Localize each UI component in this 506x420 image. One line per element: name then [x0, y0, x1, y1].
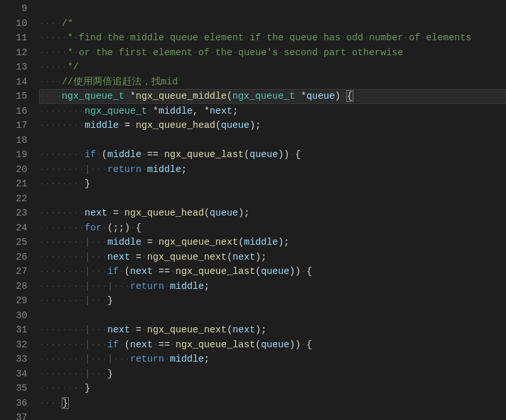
code-line[interactable]: ········middle·=·ngx_queue_head(queue); — [39, 118, 506, 133]
line-number: 36 — [0, 396, 27, 411]
line-number: 11 — [0, 31, 27, 45]
line-number: 30 — [0, 308, 27, 323]
code-editor[interactable]: 9101112131415161718192021222324252627282… — [0, 0, 506, 420]
line-number: 27 — [0, 264, 27, 279]
line-number: 28 — [0, 279, 27, 294]
line-number: 13 — [0, 60, 27, 75]
line-number: 9 — [0, 1, 27, 16]
line-number: 29 — [0, 293, 27, 308]
code-line[interactable]: ········|···|···return·middle; — [39, 352, 506, 367]
line-number: 34 — [0, 367, 27, 382]
code-line[interactable]: ········} — [39, 381, 506, 396]
code-line[interactable]: ········if·(middle·==·ngx_queue_last(que… — [39, 147, 506, 162]
line-number: 22 — [0, 191, 27, 206]
code-line[interactable]: ········} — [39, 177, 506, 191]
code-area[interactable]: ····/*·····*·find·the·middle·queue·eleme… — [39, 0, 506, 420]
line-number: 23 — [0, 206, 27, 221]
line-number-gutter: 9101112131415161718192021222324252627282… — [0, 0, 39, 420]
code-line[interactable]: ·····*·find·the·middle·queue·element·if·… — [39, 31, 506, 45]
code-line[interactable] — [39, 191, 506, 206]
code-line[interactable]: ········|···|···return·middle; — [39, 279, 506, 294]
code-line[interactable]: ········next·=·ngx_queue_head(queue); — [39, 206, 506, 221]
line-number: 20 — [0, 162, 27, 177]
code-line[interactable] — [39, 308, 506, 323]
line-number: 37 — [0, 410, 27, 420]
code-line[interactable]: ········|···next·=·ngx_queue_next(next); — [39, 250, 506, 265]
line-number: 10 — [0, 16, 27, 31]
line-number: 18 — [0, 133, 27, 148]
code-line[interactable] — [39, 410, 506, 420]
code-line[interactable]: ········|···if·(next·==·ngx_queue_last(q… — [39, 338, 506, 352]
code-line[interactable]: ····} — [39, 396, 506, 411]
code-line[interactable]: ········|···if·(next·==·ngx_queue_last(q… — [39, 264, 506, 279]
code-line[interactable] — [39, 1, 506, 16]
code-line[interactable]: ········ngx_queue_t·*middle,·*next; — [39, 104, 506, 119]
code-line[interactable]: ·····*/ — [39, 60, 506, 75]
line-number: 12 — [0, 45, 27, 60]
code-line[interactable]: ····/* — [39, 16, 506, 31]
line-number: 35 — [0, 381, 27, 396]
code-line[interactable]: ····//使用两倍追赶法，找mid — [39, 75, 506, 90]
line-number: 32 — [0, 338, 27, 352]
code-line[interactable]: ········|···} — [39, 367, 506, 382]
line-number: 17 — [0, 118, 27, 133]
code-line[interactable]: ·····*·or·the·first·element·of·the·queue… — [39, 45, 506, 60]
code-line[interactable] — [39, 133, 506, 148]
line-number: 24 — [0, 221, 27, 236]
line-number: 15 — [0, 89, 27, 104]
code-line[interactable]: ········|···} — [39, 293, 506, 308]
line-number: 14 — [0, 75, 27, 90]
code-line[interactable]: ········|···return·middle; — [39, 162, 506, 177]
line-number: 25 — [0, 235, 27, 250]
line-number: 26 — [0, 250, 27, 265]
line-number: 31 — [0, 323, 27, 338]
line-number: 16 — [0, 104, 27, 119]
line-number: 19 — [0, 147, 27, 162]
line-number: 21 — [0, 177, 27, 191]
code-line[interactable]: ····ngx_queue_t·*ngx_queue_middle(ngx_qu… — [39, 89, 506, 104]
code-line[interactable]: ········|···next·=·ngx_queue_next(next); — [39, 323, 506, 338]
line-number: 33 — [0, 352, 27, 367]
code-line[interactable]: ········for·(;;)·{ — [39, 221, 506, 236]
code-line[interactable]: ········|···middle·=·ngx_queue_next(midd… — [39, 235, 506, 250]
